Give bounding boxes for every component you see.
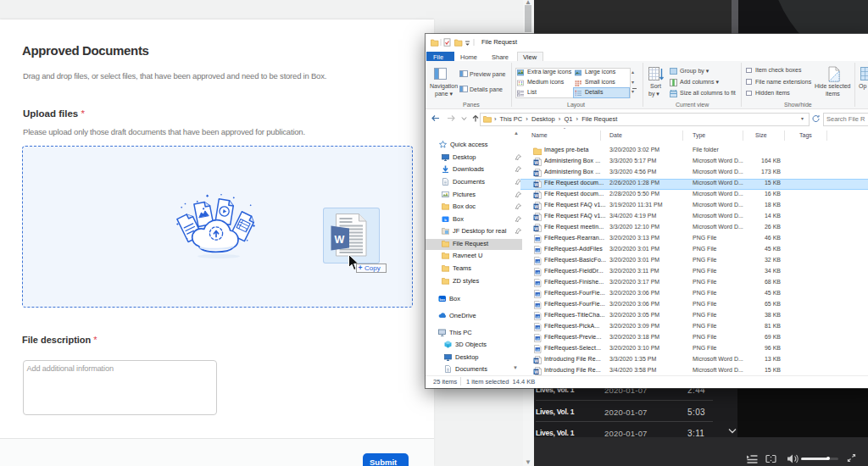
svg-text:box: box <box>440 298 445 302</box>
svg-text:W: W <box>534 171 538 176</box>
svg-text:W: W <box>534 193 538 198</box>
svg-text:W: W <box>534 358 538 363</box>
svg-text:W: W <box>534 215 538 220</box>
svg-text:W: W <box>534 182 538 187</box>
svg-text:W: W <box>534 160 538 165</box>
svg-text:W: W <box>534 369 538 374</box>
svg-text:W: W <box>335 234 345 246</box>
svg-text:W: W <box>534 226 538 231</box>
svg-text:W: W <box>534 204 538 209</box>
